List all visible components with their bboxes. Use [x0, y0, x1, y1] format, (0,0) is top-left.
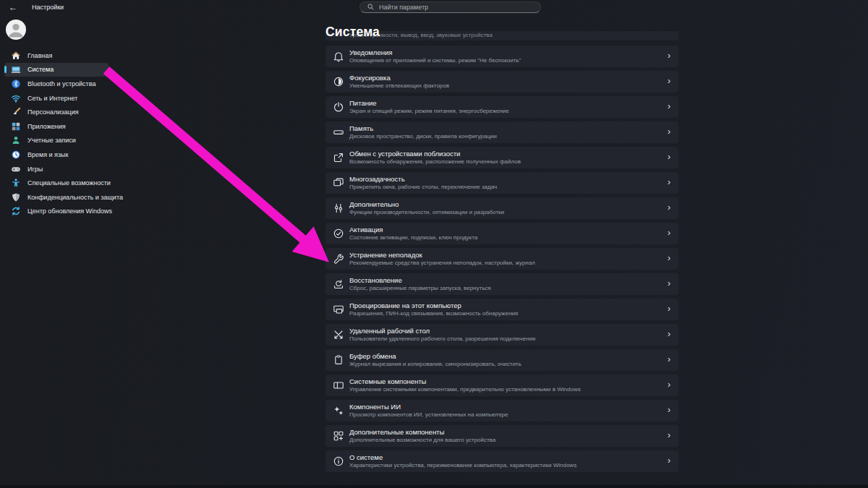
personalization-icon [11, 107, 21, 117]
settings-row-subtitle: Управление системными компонентами, пред… [349, 387, 581, 393]
chevron-right-icon: › [668, 151, 671, 162]
settings-row-subtitle: Просмотр компонентов ИИ, установленных н… [349, 412, 508, 418]
chevron-right-icon: › [668, 303, 671, 314]
settings-row-subtitle: Пользователи удаленного рабочего стола, … [349, 336, 535, 342]
settings-row-troubleshoot[interactable]: Устранение неполадокРекомендуемые средст… [326, 248, 678, 270]
sidebar-item-label: Учетные записи [27, 137, 76, 144]
settings-row-ai-components[interactable]: Компоненты ИИПросмотр компонентов ИИ, ус… [326, 400, 678, 421]
chevron-right-icon: › [668, 278, 671, 288]
settings-row-optional-features[interactable]: Дополнительные компонентыДополнительные … [326, 425, 678, 447]
sidebar-item-network[interactable]: Сеть и Интернет [4, 91, 109, 106]
sidebar-item-accessibility[interactable]: Специальные возможности [4, 176, 109, 190]
sidebar-item-system[interactable]: Система [4, 63, 109, 77]
settings-row-recovery[interactable]: ВосстановлениеСброс, расширенные парамет… [326, 273, 678, 295]
avatar[interactable] [6, 20, 26, 40]
sidebar-item-label: Центр обновления Windows [27, 207, 112, 215]
sidebar-item-label: Специальные возможности [27, 179, 111, 187]
sidebar-item-label: Главная [27, 52, 52, 59]
settings-row-subtitle: Разрешения, ПИН-код связывания, возможно… [349, 311, 518, 317]
apps-icon [11, 121, 21, 132]
settings-row-text: Дополнительные компонентыДополнительные … [349, 429, 495, 444]
sidebar-item-home[interactable]: Главная [4, 48, 109, 63]
gaming-icon [11, 164, 21, 174]
chevron-right-icon: › [668, 252, 671, 263]
sidebar-item-label: Система [27, 66, 54, 73]
power-icon [333, 101, 344, 113]
search-icon [367, 1, 375, 14]
settings-row-title: Буфер обмена [349, 353, 522, 360]
settings-row-title: Дополнительно [349, 201, 504, 208]
settings-row-storage[interactable]: ПамятьДисковое пространство, диски, прав… [326, 121, 678, 143]
sidebar-item-privacy[interactable]: Конфиденциальность и защита [4, 190, 109, 205]
settings-row-title: Память [349, 125, 497, 132]
settings-row-multitasking[interactable]: МногозадачностьПрикрепить окна, рабочие … [326, 172, 678, 194]
sidebar-item-label: Конфиденциальность и защита [27, 194, 123, 201]
settings-row-notifications[interactable]: УведомленияОповещения от приложений и си… [326, 46, 678, 67]
settings-row-title: Питание [349, 100, 509, 107]
settings-row-title: Активация [349, 226, 477, 234]
search-box[interactable] [359, 1, 541, 13]
settings-row-title: Удаленный рабочий стол [349, 328, 535, 335]
storage-icon [333, 127, 344, 138]
settings-row-subtitle: Экран и спящий режим, режим питания, эне… [349, 108, 509, 114]
time-language-icon [11, 150, 21, 160]
settings-row-remote-desktop[interactable]: Удаленный рабочий столПользователи удале… [326, 324, 678, 346]
page-title: Система [326, 25, 380, 40]
network-icon [11, 93, 21, 103]
settings-row-power[interactable]: ПитаниеЭкран и спящий режим, режим питан… [326, 96, 678, 118]
sidebar-item-time-language[interactable]: Время и язык [4, 147, 109, 162]
sidebar-item-gaming[interactable]: Игры [4, 162, 109, 176]
sidebar-item-label: Сеть и Интернет [27, 95, 77, 102]
settings-row-nearby-sharing[interactable]: Обмен с устройствами поблизостиВозможнос… [326, 147, 678, 168]
sidebar-item-label: Персонализация [27, 108, 79, 116]
sidebar-item-personalization[interactable]: Персонализация [4, 105, 109, 119]
sidebar-item-label: Игры [27, 166, 43, 173]
settings-row-subtitle: Прикрепить окна, рабочие столы, переключ… [349, 184, 497, 190]
sidebar-item-apps[interactable]: Приложения [4, 119, 109, 134]
settings-row-text: Компоненты ИИПросмотр компонентов ИИ, ус… [349, 403, 508, 419]
settings-row-advanced[interactable]: ДополнительноФункции производительности,… [326, 197, 678, 219]
chevron-right-icon: › [668, 429, 671, 440]
troubleshoot-icon [333, 253, 344, 265]
settings-row-text: УведомленияОповещения от приложений и си… [349, 49, 521, 64]
bell-icon [333, 51, 344, 62]
settings-row-subtitle: Журнал вырезания и копирования, синхрони… [349, 361, 522, 367]
settings-row-activation[interactable]: АктивацияСостояние активации, подписки, … [326, 223, 678, 244]
clipboard-icon [333, 354, 344, 366]
settings-row-focus[interactable]: ФокусировкаУменьшение отвлекающих фактор… [326, 71, 678, 93]
system-components-icon [333, 380, 344, 391]
settings-row-subtitle: Возможность обнаружения, расположение по… [349, 159, 521, 165]
remote-desktop-icon [333, 329, 344, 341]
optional-features-icon [333, 430, 344, 442]
settings-row-text: ДополнительноФункции производительности,… [349, 201, 504, 216]
windows-update-icon [11, 206, 21, 216]
settings-row-text: ПамятьДисковое пространство, диски, прав… [349, 125, 497, 140]
home-icon [11, 51, 21, 61]
settings-row-about[interactable]: О системеХарактеристики устройства, пере… [326, 450, 678, 472]
sidebar-item-accounts[interactable]: Учетные записи [4, 134, 109, 148]
settings-row-subtitle: Состояние активации, подписки, ключ прод… [349, 235, 477, 241]
settings-row-text: ФокусировкаУменьшение отвлекающих фактор… [349, 74, 449, 90]
settings-row-title: О системе [349, 454, 576, 461]
titlebar: ← Настройки [9, 3, 64, 12]
chevron-right-icon: › [668, 328, 671, 339]
chevron-right-icon: › [668, 75, 671, 86]
search-input[interactable] [379, 4, 534, 11]
sidebar-item-label: Время и язык [27, 151, 69, 158]
chevron-right-icon: › [668, 100, 671, 111]
settings-row-subtitle: Сброс, расширенные параметры запуска, ве… [349, 286, 491, 291]
privacy-icon [11, 192, 21, 202]
chevron-right-icon: › [668, 455, 671, 466]
system-icon [11, 64, 21, 74]
accounts-icon [11, 135, 21, 145]
bottom-strip [0, 485, 868, 488]
sidebar-item-windows-update[interactable]: Центр обновления Windows [4, 205, 109, 219]
settings-row-title: Системные компоненты [349, 378, 581, 385]
settings-row-system-components[interactable]: Системные компонентыУправление системным… [326, 374, 678, 396]
sidebar-item-bluetooth[interactable]: Bluetooth и устройства [4, 77, 109, 91]
chevron-right-icon: › [668, 202, 671, 213]
settings-row-projection[interactable]: Проецирование на этот компьютерРазрешени… [326, 299, 678, 320]
back-button[interactable]: ← [9, 3, 17, 12]
settings-row-clipboard[interactable]: Буфер обменаЖурнал вырезания и копирован… [326, 349, 678, 371]
settings-list: УведомленияОповещения от приложений и си… [326, 46, 678, 476]
